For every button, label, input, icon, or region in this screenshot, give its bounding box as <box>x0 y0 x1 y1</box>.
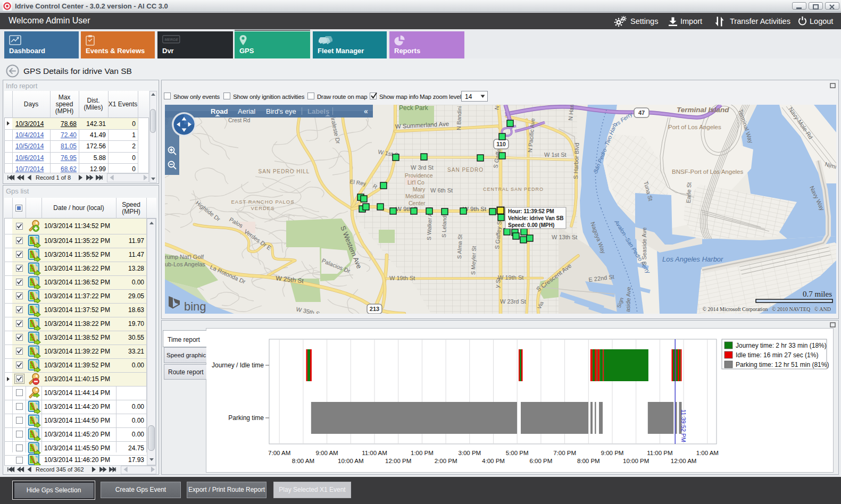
svg-text:Terminal Island: Terminal Island <box>677 106 729 114</box>
svg-text:110: 110 <box>496 141 506 147</box>
svg-text:W 19th St: W 19th St <box>498 274 523 281</box>
svg-text:S Meyler St: S Meyler St <box>470 246 477 275</box>
svg-text:Bird's eye: Bird's eye <box>266 107 296 115</box>
svg-text:8:00 AM: 8:00 AM <box>292 458 314 464</box>
svg-text:East Rancho Palos: East Rancho Palos <box>231 199 294 205</box>
svg-text:Peck Park: Peck Park <box>399 105 429 112</box>
svg-text:8:00 PM: 8:00 PM <box>577 458 600 464</box>
svg-text:47: 47 <box>638 110 645 116</box>
svg-text:San Pedro: San Pedro <box>447 167 484 173</box>
svg-text:4:00 PM: 4:00 PM <box>482 458 505 464</box>
svg-text:S Seaside Ave: S Seaside Ave <box>641 228 647 265</box>
svg-text:MERGE: MERGE <box>164 38 178 41</box>
svg-text:Aerial: Aerial <box>238 107 255 115</box>
svg-text:213: 213 <box>370 306 379 312</box>
svg-text:Journey / Idle time: Journey / Idle time <box>212 362 264 369</box>
svg-text:rump Nat'l Golf: rump Nat'l Golf <box>165 254 204 260</box>
svg-text:10:00 AM: 10:00 AM <box>338 458 364 464</box>
svg-text:1:00 PM: 1:00 PM <box>411 450 434 456</box>
svg-text:W 13th St: W 13th St <box>552 234 577 240</box>
svg-text:7:00 PM: 7:00 PM <box>553 450 576 456</box>
svg-text:Port of Los Angeles: Port of Los Angeles <box>668 124 721 130</box>
svg-text:Mary: Mary <box>413 186 426 192</box>
svg-text:2:00 PM: 2:00 PM <box>435 458 457 464</box>
svg-text:Hour: 11:39:52 PM: Hour: 11:39:52 PM <box>508 208 554 214</box>
svg-text:6:00 PM: 6:00 PM <box>529 458 552 464</box>
svg-text:Earle St: Earle St <box>685 182 692 204</box>
svg-text:«: « <box>364 107 368 115</box>
svg-text:11:00 AM: 11:00 AM <box>362 450 387 456</box>
svg-text:Crest Rd: Crest Rd <box>228 117 251 123</box>
svg-text:Lit'l Co: Lit'l Co <box>407 179 424 186</box>
svg-text:0.7 miles: 0.7 miles <box>803 290 832 298</box>
svg-text:11:39:52 PM: 11:39:52 PM <box>680 409 687 442</box>
svg-text:Central San Pedro: Central San Pedro <box>483 187 544 192</box>
svg-text:W 23rd St: W 23rd St <box>500 298 526 305</box>
svg-text:San Pedro Hill: San Pedro Hill <box>259 169 310 174</box>
svg-text:Parking time: 12 hr 51 min (81: Parking time: 12 hr 51 min (81%) <box>736 361 829 368</box>
svg-text:S Alma St: S Alma St <box>456 234 463 259</box>
svg-text:Verdes: Verdes <box>251 205 274 211</box>
svg-text:1:00 AM: 1:00 AM <box>696 450 719 456</box>
svg-text:N Bandini St: N Bandini St <box>455 105 463 130</box>
svg-text:Parking time: Parking time <box>228 414 264 422</box>
svg-text:7:00 AM: 7:00 AM <box>268 450 290 456</box>
svg-text:Medical: Medical <box>405 193 424 199</box>
svg-text:Idle time: 16 min 27 sec (1%): Idle time: 16 min 27 sec (1%) <box>736 351 818 359</box>
svg-text:Labels: Labels <box>307 107 329 115</box>
svg-text:Journey time: 2 hr 33 min (18%: Journey time: 2 hr 33 min (18%) <box>736 342 827 349</box>
svg-text:bing: bing <box>184 300 206 313</box>
svg-text:aside Ave: aside Ave <box>624 287 632 312</box>
svg-text:W 1st St: W 1st St <box>544 152 567 158</box>
svg-text:Vehicle: idrive Van SB: Vehicle: idrive Van SB <box>508 215 564 221</box>
svg-text:W 6th St: W 6th St <box>430 187 453 194</box>
svg-text:11:00 PM: 11:00 PM <box>647 450 672 456</box>
svg-text:3:00 PM: 3:00 PM <box>458 450 481 456</box>
svg-text:5:00 PM: 5:00 PM <box>506 450 529 456</box>
svg-text:© 2014 Microsoft Corporation: © 2014 Microsoft Corporation © 2010 NAVT… <box>703 306 831 312</box>
svg-text:S Leland: S Leland <box>440 215 447 238</box>
svg-text:Providence: Providence <box>405 172 433 179</box>
svg-text:9:00 PM: 9:00 PM <box>601 450 624 456</box>
svg-text:Road: Road <box>211 107 228 115</box>
svg-text:BNSF-Port of Los Angeles: BNSF-Port of Los Angeles <box>672 169 743 175</box>
svg-text:Los Angeles Harbor: Los Angeles Harbor <box>662 255 723 263</box>
svg-text:ub-Los Angelas: ub-Los Angelas <box>165 261 205 267</box>
svg-text:9:00 AM: 9:00 AM <box>315 450 338 456</box>
svg-text:12:00 AM: 12:00 AM <box>671 458 697 464</box>
svg-text:Speed: 0.00 (MPH): Speed: 0.00 (MPH) <box>508 222 554 228</box>
svg-text:S Harbor Blvd: S Harbor Blvd <box>572 142 580 179</box>
svg-text:W 19th St: W 19th St <box>389 275 415 281</box>
svg-text:W 3rd St: W 3rd St <box>411 164 434 171</box>
svg-text:10:00 PM: 10:00 PM <box>623 458 649 464</box>
svg-text:12:00 PM: 12:00 PM <box>385 458 411 464</box>
